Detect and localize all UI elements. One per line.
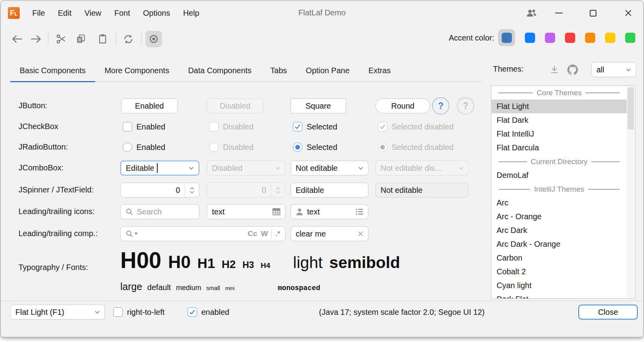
lookandfeel-combobox[interactable]: Flat Light (F1) bbox=[10, 305, 105, 320]
radio-selected-icon bbox=[378, 142, 387, 152]
theme-group-separator: Current Directory bbox=[495, 155, 624, 168]
app-logo: FL bbox=[8, 7, 20, 19]
text-field-table[interactable]: text bbox=[207, 204, 285, 219]
square-button[interactable]: Square bbox=[291, 98, 346, 113]
table-icon bbox=[272, 208, 280, 215]
theme-item-arc---orange[interactable]: Arc - Orange bbox=[491, 210, 627, 224]
radio-disabled: Disabled bbox=[209, 142, 254, 152]
menu-help[interactable]: Help bbox=[182, 7, 200, 19]
radio-enabled[interactable]: Enabled bbox=[123, 142, 165, 152]
show-hidden-toggle[interactable] bbox=[145, 31, 162, 47]
menu-font[interactable]: Font bbox=[114, 7, 131, 19]
text-caret bbox=[157, 163, 158, 173]
minimize-button[interactable] bbox=[552, 6, 565, 20]
tab-data-components[interactable]: Data Components bbox=[178, 60, 261, 81]
spinner-arrows[interactable] bbox=[185, 183, 199, 197]
accent-swatch-1[interactable] bbox=[502, 33, 512, 43]
round-button[interactable]: Round bbox=[375, 98, 430, 113]
paste-button[interactable] bbox=[94, 31, 111, 47]
checkbox-selected-disabled: Selected disabled bbox=[378, 122, 454, 131]
refresh-button[interactable] bbox=[120, 31, 136, 47]
theme-item-cobalt-2[interactable]: Cobalt 2 bbox=[491, 265, 627, 279]
theme-item-arc-dark[interactable]: Arc Dark bbox=[491, 224, 627, 237]
theme-item-cyan-light[interactable]: Cyan light bbox=[491, 279, 627, 292]
regex-button[interactable]: .* bbox=[275, 229, 280, 238]
cut-button[interactable] bbox=[53, 31, 70, 47]
themes-scrollbar-thumb[interactable] bbox=[627, 87, 634, 129]
cut-icon bbox=[56, 33, 67, 44]
theme-group-separator: Core Themes bbox=[495, 86, 624, 100]
spinner-arrows bbox=[271, 183, 285, 197]
checkbox-enabled[interactable]: Enabled bbox=[123, 122, 165, 131]
accent-swatch-7[interactable] bbox=[625, 33, 635, 43]
enabled-button[interactable]: Enabled bbox=[121, 98, 178, 113]
chevron-down-icon bbox=[134, 233, 138, 235]
github-icon bbox=[567, 65, 578, 75]
accent-swatch-5[interactable] bbox=[585, 33, 595, 43]
editable-textfield[interactable]: Editable bbox=[291, 183, 368, 198]
theme-item-demolaf[interactable]: DemoLaf bbox=[491, 168, 627, 182]
themes-scrollbar[interactable] bbox=[627, 86, 635, 298]
tab-basic-components[interactable]: Basic Components bbox=[10, 60, 95, 81]
accent-swatch-selected-wrap[interactable] bbox=[498, 29, 515, 46]
accent-swatch-4[interactable] bbox=[565, 33, 575, 43]
help-button[interactable]: ? bbox=[432, 97, 449, 115]
tab-more-components[interactable]: More Components bbox=[95, 60, 179, 81]
tab-tabs[interactable]: Tabs bbox=[261, 60, 296, 81]
accent-swatch-2[interactable] bbox=[525, 33, 535, 43]
theme-item-flat-light[interactable]: Flat Light bbox=[491, 100, 627, 113]
monospaced-sample: monospaced bbox=[278, 284, 320, 292]
eye-icon bbox=[149, 34, 159, 44]
editable-combobox[interactable]: Editable bbox=[120, 161, 199, 176]
checkbox-disabled: Disabled bbox=[209, 122, 254, 131]
close-button[interactable]: Close bbox=[578, 305, 638, 320]
small-sample: small bbox=[206, 285, 220, 291]
match-case-button[interactable]: Cc bbox=[248, 229, 257, 238]
menu-options[interactable]: Options bbox=[142, 7, 171, 19]
copy-button[interactable] bbox=[73, 31, 89, 47]
default-sample: default bbox=[147, 283, 171, 292]
whole-word-button[interactable]: W bbox=[261, 229, 268, 238]
tab-option-pane[interactable]: Option Pane bbox=[296, 60, 359, 81]
menu-file[interactable]: File bbox=[31, 7, 46, 19]
search-field[interactable]: Search bbox=[120, 204, 199, 219]
theme-item-flat-dark[interactable]: Flat Dark bbox=[491, 113, 627, 127]
download-themes-button[interactable] bbox=[547, 63, 561, 77]
h1-sample: H1 bbox=[197, 255, 215, 271]
theme-item-flat-darcula[interactable]: Flat Darcula bbox=[491, 141, 627, 155]
leading-trailing-comp-label: Leading/trailing comp.: bbox=[18, 229, 98, 238]
theme-item-flat-intellij[interactable]: Flat IntelliJ bbox=[491, 127, 627, 141]
jradiobutton-label: JRadioButton: bbox=[18, 142, 68, 152]
users-icon[interactable] bbox=[525, 6, 538, 20]
theme-item-carbon[interactable]: Carbon bbox=[491, 251, 627, 265]
theme-item-arc[interactable]: Arc bbox=[491, 196, 627, 210]
enabled-checkbox[interactable]: enabled bbox=[188, 307, 229, 317]
menu-view[interactable]: View bbox=[84, 7, 102, 19]
tab-extras[interactable]: Extras bbox=[359, 60, 400, 81]
forward-button[interactable] bbox=[28, 31, 44, 47]
not-editable-combobox[interactable]: Not editable bbox=[291, 161, 368, 176]
forward-icon bbox=[30, 34, 42, 44]
spinner[interactable]: 0 bbox=[120, 183, 199, 198]
clear-icon[interactable] bbox=[358, 231, 363, 237]
maximize-button[interactable] bbox=[586, 6, 600, 20]
h2-sample: H2 bbox=[222, 258, 236, 271]
jspinner-label: JSpinner / JTextField: bbox=[18, 185, 94, 194]
theme-filter-combobox[interactable]: all bbox=[591, 62, 636, 77]
search-with-options-icon[interactable] bbox=[125, 230, 138, 238]
right-to-left-checkbox[interactable]: right-to-left bbox=[113, 307, 165, 317]
radio-icon bbox=[123, 142, 132, 152]
text-field-user[interactable]: text bbox=[291, 204, 368, 219]
accent-swatch-3[interactable] bbox=[545, 33, 555, 43]
github-button[interactable] bbox=[565, 63, 580, 77]
theme-item-dark-flat[interactable]: Dark Flat bbox=[491, 292, 627, 299]
accent-swatch-6[interactable] bbox=[605, 33, 615, 43]
theme-item-arc-dark---orange[interactable]: Arc Dark - Orange bbox=[491, 237, 627, 251]
close-window-button[interactable] bbox=[622, 6, 635, 20]
checkbox-selected[interactable]: Selected bbox=[293, 122, 337, 131]
radio-selected[interactable]: Selected bbox=[293, 142, 337, 152]
clear-me-field[interactable]: clear me bbox=[291, 226, 368, 241]
back-button[interactable] bbox=[9, 31, 25, 47]
search-compound-field[interactable]: Cc W .* bbox=[120, 226, 285, 241]
menu-edit[interactable]: Edit bbox=[57, 7, 72, 19]
